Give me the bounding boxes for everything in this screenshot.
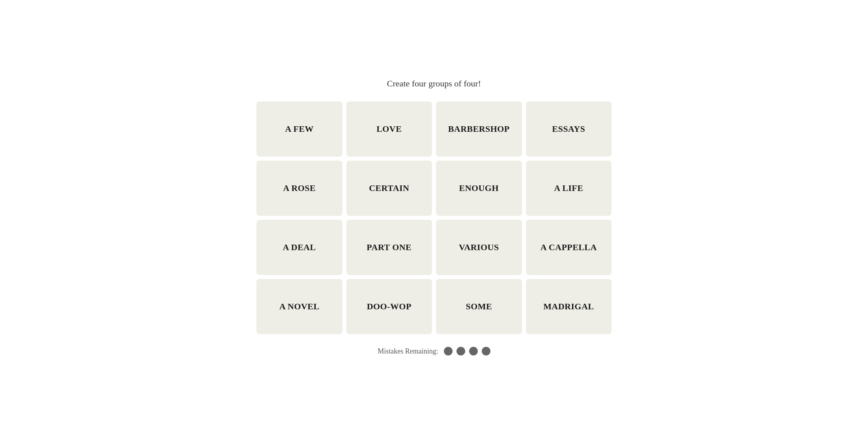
tile-label-a-life: A LIFE [550,183,587,193]
mistake-dot-3 [469,347,478,355]
tile-label-various: VARIOUS [455,242,503,253]
tile-label-love: LOVE [372,124,406,134]
tile-label-essays: ESSAYS [548,124,589,134]
tile-label-enough: ENOUGH [455,183,503,193]
tile-label-doo-wop: DOO-WOP [363,301,415,312]
tile-label-certain: CERTAIN [365,183,413,193]
tile-essays[interactable]: ESSAYS [526,101,612,157]
tile-love[interactable]: LOVE [346,101,432,157]
tile-doo-wop[interactable]: DOO-WOP [346,279,432,334]
tile-a-novel[interactable]: A NOVEL [256,279,342,334]
tile-a-life[interactable]: A LIFE [526,161,612,216]
tile-label-barbershop: BARBERSHOP [444,124,514,134]
tile-grid: A FEWLOVEBARBERSHOPESSAYSA ROSECERTAINEN… [256,101,612,334]
tile-label-a-deal: A DEAL [279,242,320,253]
tile-various[interactable]: VARIOUS [436,220,522,275]
tile-label-a-cappella: A CAPPELLA [537,242,601,253]
tile-label-madrigal: MADRIGAL [539,301,598,312]
tile-label-a-novel: A NOVEL [275,301,324,312]
tile-enough[interactable]: ENOUGH [436,161,522,216]
mistakes-row: Mistakes Remaining: [378,347,490,355]
subtitle: Create four groups of four! [387,79,481,89]
tile-madrigal[interactable]: MADRIGAL [526,279,612,334]
game-container: Create four groups of four! A FEWLOVEBAR… [256,79,612,355]
mistake-dot-2 [456,347,465,355]
tile-label-a-rose: A ROSE [279,183,320,193]
tile-certain[interactable]: CERTAIN [346,161,432,216]
tile-label-part-one: PART ONE [363,242,415,253]
mistake-dot-4 [482,347,490,355]
mistakes-label: Mistakes Remaining: [378,347,438,355]
tile-a-deal[interactable]: A DEAL [256,220,342,275]
tile-a-cappella[interactable]: A CAPPELLA [526,220,612,275]
tile-label-some: SOME [462,301,496,312]
tile-part-one[interactable]: PART ONE [346,220,432,275]
tile-a-few[interactable]: A FEW [256,101,342,157]
tile-label-a-few: A FEW [281,124,318,134]
mistake-dot-1 [444,347,453,355]
tile-barbershop[interactable]: BARBERSHOP [436,101,522,157]
tile-some[interactable]: SOME [436,279,522,334]
mistakes-dots [444,347,490,355]
tile-a-rose[interactable]: A ROSE [256,161,342,216]
